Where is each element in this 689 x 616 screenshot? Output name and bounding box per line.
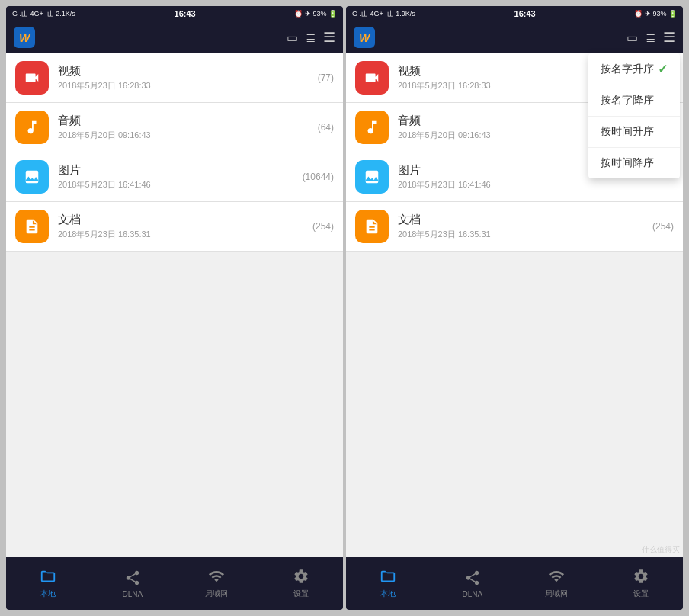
nav-local-left[interactable]: 本地 [6,557,91,610]
nav-lan-label-right: 局域网 [545,589,568,599]
nav-settings-label-left: 设置 [293,589,309,599]
file-item-doc-left[interactable]: 文档 2018年5月23日 16:35:31 (254) [6,202,343,252]
image-info-left: 图片 2018年5月23日 16:41:46 [58,163,296,191]
doc-icon-left [15,210,49,243]
app-logo-left: W [14,27,35,48]
audio-date-left: 2018年5月20日 09:16:43 [58,130,312,141]
sort-name-asc-label: 按名字升序 [601,63,654,76]
sort-by-name-desc[interactable]: 按名字降序 [588,85,680,117]
image-icon-left [15,160,49,194]
image-date-right: 2018年5月23日 16:41:46 [398,179,674,191]
nav-lan-right[interactable]: 局域网 [514,557,599,610]
top-bar-left: W ▭ ≣ ☰ [6,21,343,53]
nav-lan-label-left: 局域网 [205,589,228,599]
sort-time-desc-label: 按时间降序 [601,156,654,170]
audio-info-left: 音频 2018年5月20日 09:16:43 [58,114,312,141]
status-left-left: G .山 4G+ .山 2.1K/s [12,9,75,19]
video-date-left: 2018年5月23日 16:28:33 [58,80,312,91]
view-columns-icon-left[interactable]: ≣ [306,30,316,45]
bottom-nav-left: 本地 DLNA 局域网 设置 [6,557,343,610]
nav-dlna-icon-left [123,569,142,589]
nav-settings-left[interactable]: 设置 [259,557,344,610]
signal-text-right: G .山 4G+ .山 1.9K/s [352,9,415,19]
nav-dlna-icon-right [463,569,482,589]
nav-local-icon-right [379,568,397,587]
doc-date-left: 2018年5月23日 16:35:31 [58,229,306,240]
signal-text-left: G .山 4G+ .山 2.1K/s [12,9,75,19]
file-list-left: 视频 2018年5月23日 16:28:33 (77) 音频 2018年5月20… [6,53,343,557]
status-left-right: G .山 4G+ .山 1.9K/s [352,9,415,19]
nav-settings-label-right: 设置 [633,589,649,599]
view-list-icon-left[interactable]: ☰ [323,29,335,46]
view-list-icon-right[interactable]: ☰ [663,29,675,46]
nav-dlna-left[interactable]: DLNA [91,557,175,610]
app-logo-right: W [354,27,375,48]
nav-settings-icon-left [292,568,310,587]
audio-icon-left [15,111,49,144]
view-grid-icon-right[interactable]: ▭ [627,30,638,45]
sort-by-name-asc[interactable]: 按名字升序 ✓ [588,53,680,85]
battery-text-left: ⏰ ✈ 93% 🔋 [294,10,337,18]
sort-by-time-asc[interactable]: 按时间升序 [588,117,680,148]
status-right-left: ⏰ ✈ 93% 🔋 [294,10,337,18]
nav-local-label-right: 本地 [380,589,396,599]
phone-left: G .山 4G+ .山 2.1K/s 16:43 ⏰ ✈ 93% 🔋 W ▭ ≣… [6,6,343,610]
file-item-audio-left[interactable]: 音频 2018年5月20日 09:16:43 (64) [6,103,343,152]
phone-right: G .山 4G+ .山 1.9K/s 16:43 ⏰ ✈ 93% 🔋 W ▭ ≣… [346,6,683,610]
view-grid-icon-left[interactable]: ▭ [287,30,298,45]
status-right-right: ⏰ ✈ 93% 🔋 [634,10,677,18]
time-right: 16:43 [514,9,536,18]
audio-name-left: 音频 [58,114,312,128]
nav-dlna-label-right: DLNA [462,590,482,598]
nav-local-right[interactable]: 本地 [346,557,431,610]
status-bar-right: G .山 4G+ .山 1.9K/s 16:43 ⏰ ✈ 93% 🔋 [346,6,683,21]
doc-count-right: (254) [652,221,674,232]
doc-name-left: 文档 [58,213,306,227]
file-item-doc-right[interactable]: 文档 2018年5月23日 16:35:31 (254) [346,202,683,252]
sort-name-desc-label: 按名字降序 [601,94,654,107]
video-name-left: 视频 [58,64,312,79]
sort-by-time-desc[interactable]: 按时间降序 [588,148,680,178]
status-bar-left: G .山 4G+ .山 2.1K/s 16:43 ⏰ ✈ 93% 🔋 [6,6,343,21]
audio-count-left: (64) [318,122,334,133]
doc-info-right: 文档 2018年5月23日 16:35:31 [398,213,646,240]
doc-info-left: 文档 2018年5月23日 16:35:31 [58,213,306,240]
video-icon-right [355,61,389,95]
nav-dlna-label-left: DLNA [122,590,143,598]
sort-time-asc-label: 按时间升序 [601,125,654,139]
doc-date-right: 2018年5月23日 16:35:31 [398,229,646,240]
doc-name-right: 文档 [398,213,646,227]
video-info-left: 视频 2018年5月23日 16:28:33 [58,64,312,91]
bottom-nav-right: 本地 DLNA 局域网 设置 [346,557,683,610]
nav-lan-left[interactable]: 局域网 [175,557,259,610]
nav-dlna-right[interactable]: DLNA [431,557,515,610]
battery-text-right: ⏰ ✈ 93% 🔋 [634,10,677,18]
sort-name-asc-check: ✓ [658,62,668,76]
image-icon-right [355,160,389,194]
file-item-video-left[interactable]: 视频 2018年5月23日 16:28:33 (77) [6,53,343,103]
toolbar-icons-left: ▭ ≣ ☰ [287,29,335,46]
top-bar-right: W ▭ ≣ ☰ [346,21,683,53]
file-item-image-left[interactable]: 图片 2018年5月23日 16:41:46 (10644) [6,152,343,202]
toolbar-icons-right: ▭ ≣ ☰ [627,29,675,46]
view-columns-icon-right[interactable]: ≣ [646,30,655,45]
video-icon-left [15,61,49,95]
image-name-left: 图片 [58,163,296,178]
time-left: 16:43 [175,9,196,18]
audio-icon-right [355,111,389,144]
image-date-left: 2018年5月23日 16:41:46 [58,179,296,191]
nav-local-icon-left [39,568,57,587]
doc-icon-right [355,210,389,243]
sort-dropdown: 按名字升序 ✓ 按名字降序 按时间升序 按时间降序 [588,53,680,178]
nav-settings-icon-right [632,568,650,587]
nav-lan-icon-left [207,568,226,587]
nav-settings-right[interactable]: 设置 [599,557,684,610]
video-count-left: (77) [318,72,334,83]
doc-count-left: (254) [312,221,334,232]
nav-local-label-left: 本地 [40,589,56,599]
nav-lan-icon-right [547,568,566,587]
image-count-left: (10644) [303,172,334,182]
